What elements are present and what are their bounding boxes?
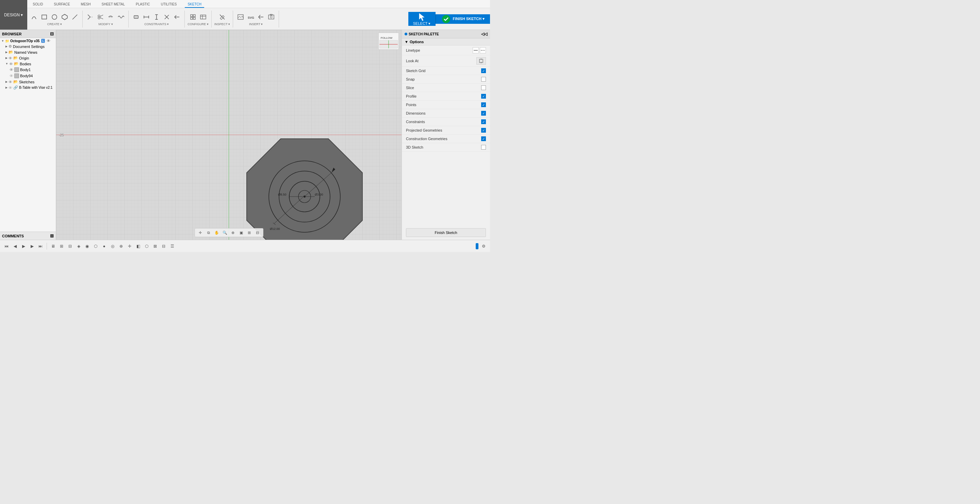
trim-tool[interactable] xyxy=(86,12,95,22)
tab-sheet-metal[interactable]: SHEET METAL xyxy=(99,2,128,8)
view-icon-15[interactable]: ☰ xyxy=(169,242,176,250)
finish-sketch-button[interactable]: FINISH SKETCH ▾ xyxy=(436,14,490,24)
constraints-palette-checkbox[interactable]: ✓ xyxy=(481,119,486,124)
display-mode3[interactable]: ⊟ xyxy=(254,229,261,236)
scissors-tool[interactable] xyxy=(95,12,105,22)
ruler-inspect[interactable] xyxy=(218,12,227,22)
points-checkbox[interactable]: ✓ xyxy=(481,102,486,107)
nav-play-icon[interactable]: ▶ xyxy=(20,242,27,250)
grid-configure[interactable] xyxy=(188,12,198,22)
horiz-constraint[interactable] xyxy=(142,12,151,22)
nav-end-icon[interactable]: ⏭ xyxy=(37,242,44,250)
folder-bodies-icon: 📂 xyxy=(14,62,19,66)
create-label[interactable]: CREATE ▾ xyxy=(47,22,62,26)
select-button[interactable]: SELECT ▾ xyxy=(408,12,436,26)
view-icon-9[interactable]: ⊕ xyxy=(118,242,125,250)
palette-options-section[interactable]: ▼ Options xyxy=(402,38,490,46)
view-icon-13[interactable]: ⊠ xyxy=(151,242,159,250)
polygon-tool[interactable] xyxy=(60,12,69,22)
insert-back[interactable] xyxy=(256,12,266,22)
insert-label[interactable]: INSERT ▾ xyxy=(249,22,263,26)
line-tool[interactable] xyxy=(70,12,80,22)
nav-next-icon[interactable]: ▶ xyxy=(28,242,36,250)
tab-solid[interactable]: SOLID xyxy=(30,2,46,8)
linetype-dashed-icon[interactable] xyxy=(480,47,486,53)
projected-geometries-checkbox[interactable]: ✓ xyxy=(481,128,486,133)
tab-mesh[interactable]: MESH xyxy=(78,2,94,8)
browser-collapse-icon[interactable]: ⊟ xyxy=(50,31,54,36)
browser-root-item[interactable]: ▼ 📁 OctogoonTOp v35 L 👁 xyxy=(0,38,56,44)
view-icon-14[interactable]: ⊟ xyxy=(160,242,167,250)
configure-label[interactable]: CONFIGURE ▾ xyxy=(188,22,208,26)
view-icon-3[interactable]: ⊟ xyxy=(66,242,74,250)
browser-doc-settings[interactable]: ▶ ⚙ Document Settings xyxy=(0,44,56,49)
view-icon-12[interactable]: ⬡ xyxy=(143,242,150,250)
construction-geometries-checkbox[interactable]: ✓ xyxy=(481,136,486,141)
table-configure[interactable] xyxy=(198,12,208,22)
zoom-fit-canvas[interactable]: 🔍 xyxy=(221,229,228,236)
vert-constraint[interactable] xyxy=(152,12,161,22)
browser-named-views[interactable]: ▶ 📂 Named Views xyxy=(0,49,56,55)
palette-expand-icon[interactable]: ◁◁ xyxy=(481,32,487,36)
comments-add-icon[interactable]: ⊞ xyxy=(50,233,54,238)
pan-tool[interactable]: ✋ xyxy=(213,229,220,236)
finish-sketch-palette-button[interactable]: Finish Sketch xyxy=(406,228,486,237)
wave-tool[interactable] xyxy=(116,12,126,22)
insert-svg[interactable]: SVG xyxy=(246,12,256,22)
dimensions-checkbox[interactable]: ✓ xyxy=(481,111,486,116)
corner-preview: FOLLOW xyxy=(379,33,399,50)
browser-body1[interactable]: 👁 Body1 xyxy=(0,67,56,73)
tab-utilities[interactable]: UTILITIES xyxy=(158,2,180,8)
statusbar: ⏮ ◀ ▶ ▶ ⏭ 🖥 ⊞ ⊟ ◈ ◉ ⬡ ● ◎ ⊕ ✛ ◧ ⬡ ⊠ ⊟ ☰ … xyxy=(0,240,490,252)
design-button[interactable]: DESIGN ▾ xyxy=(0,0,27,30)
tab-sketch[interactable]: SKETCH xyxy=(185,2,204,8)
view-icon-11[interactable]: ◧ xyxy=(134,242,142,250)
profile-checkbox[interactable]: ✓ xyxy=(481,94,486,98)
copy-tool[interactable]: ⧉ xyxy=(205,229,212,236)
view-icon-2[interactable]: ⊞ xyxy=(58,242,65,250)
cross-constraint[interactable] xyxy=(162,12,172,22)
view-icon-8[interactable]: ◎ xyxy=(109,242,116,250)
view-icon-7[interactable]: ● xyxy=(100,242,108,250)
settings-icon[interactable]: ⚙ xyxy=(480,242,487,250)
arc-tool[interactable] xyxy=(29,12,39,22)
display-mode2[interactable]: ⊞ xyxy=(246,229,253,236)
view-icon-1[interactable]: 🖥 xyxy=(49,242,57,250)
rect-tool[interactable] xyxy=(40,12,49,22)
insert-photo[interactable] xyxy=(266,12,276,22)
tab-plastic[interactable]: PLASTIC xyxy=(133,2,153,8)
move-tool[interactable]: ✛ xyxy=(197,229,204,236)
inspect-label[interactable]: INSPECT ▾ xyxy=(215,22,230,26)
canvas-bottom-toolbar: ✛ ⧉ ✋ 🔍 ⊕ ▣ ⊞ ⊟ xyxy=(195,228,263,237)
xmark-constraint[interactable] xyxy=(172,12,182,22)
browser-origin[interactable]: ▶ 👁 📂 Origin xyxy=(0,55,56,61)
linetype-solid-icon[interactable] xyxy=(473,47,479,53)
slice-label: Slice xyxy=(406,86,414,90)
view-icon-4[interactable]: ◈ xyxy=(75,242,82,250)
tab-surface[interactable]: SURFACE xyxy=(51,2,73,8)
view-icon-6[interactable]: ⬡ xyxy=(92,242,99,250)
3d-sketch-checkbox[interactable] xyxy=(481,145,486,150)
circle-tool[interactable] xyxy=(50,12,59,22)
browser-btable[interactable]: ▶ 👁 🔗 B-Table with Vise v2:1 xyxy=(0,85,56,90)
hatch-constraint[interactable] xyxy=(131,12,141,22)
canvas[interactable]: Ø8.50 Ø3.00 Ø12.00 FOLLOW xyxy=(56,30,401,240)
view-icon-5[interactable]: ◉ xyxy=(83,242,91,250)
snap-checkbox[interactable] xyxy=(481,77,486,82)
browser-sketches[interactable]: ▶ 👁 📂 Sketches xyxy=(0,79,56,85)
nav-begin-icon[interactable]: ⏮ xyxy=(3,242,10,250)
browser-bodies[interactable]: ▼ 👁 📂 Bodies xyxy=(0,61,56,67)
view-icon-10[interactable]: ✛ xyxy=(126,242,134,250)
insert-image[interactable] xyxy=(236,12,245,22)
sketch-grid-checkbox[interactable]: ✓ xyxy=(481,68,486,73)
slice-checkbox[interactable] xyxy=(481,86,486,90)
nav-prev-icon[interactable]: ◀ xyxy=(11,242,19,250)
display-mode1[interactable]: ▣ xyxy=(238,229,245,236)
offset-tool[interactable] xyxy=(106,12,115,22)
browser-body94[interactable]: 👁 Body94 xyxy=(0,73,56,79)
constraints-label[interactable]: CONSTRAINTS ▾ xyxy=(144,22,169,26)
root-chevron-icon: ▼ xyxy=(2,40,4,43)
modify-label[interactable]: MODIFY ▾ xyxy=(98,22,113,26)
zoom-window-canvas[interactable]: ⊕ xyxy=(230,229,237,236)
look-at-button[interactable] xyxy=(476,57,486,65)
